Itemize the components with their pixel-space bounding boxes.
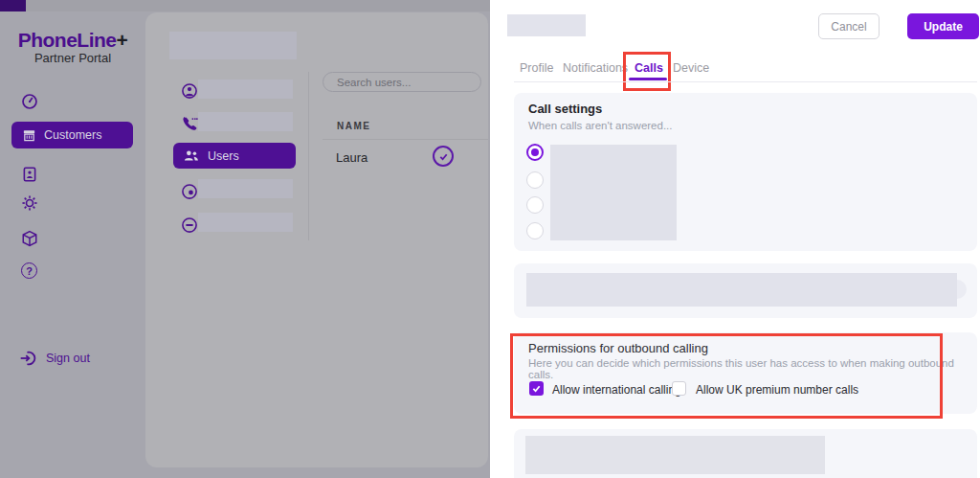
calls-tab-highlight-box [623,52,671,91]
table-header-divider [323,139,488,140]
app-logo: PhoneLine+ [0,29,145,52]
settings-gear-icon[interactable] [20,193,39,213]
voicemail-icon[interactable] [180,182,199,201]
package-icon[interactable] [20,229,39,248]
user-active-check-icon [433,146,454,167]
redacted-menu-item[interactable] [198,80,293,99]
signout-label: Sign out [46,352,90,365]
contact-person-icon[interactable] [180,81,199,101]
portal-subtitle: Partner Portal [0,51,145,65]
radio-option-4[interactable] [526,222,544,239]
redacted-bottom-card [514,429,977,478]
dimmed-background: PhoneLine+ Partner Portal Customers ? [0,0,490,478]
redacted-menu-item[interactable] [198,213,293,232]
calls-phone-icon[interactable] [180,114,199,133]
update-button[interactable]: Update [907,13,979,39]
sidebar-item-customers[interactable]: Customers [11,122,133,148]
search-users-input[interactable] [323,74,480,92]
signout-button[interactable]: Sign out [19,350,90,367]
radio-option-1[interactable] [526,144,544,161]
users-icon [184,149,199,162]
cancel-button[interactable]: Cancel [818,13,880,39]
storefront-icon [22,128,36,143]
radio-option-2[interactable] [526,171,544,189]
tab-notifications[interactable]: Notifications [563,61,628,75]
user-row-name[interactable]: Laura [336,150,368,165]
tab-device[interactable]: Device [673,61,709,75]
users-table-name-header: NAME [337,121,370,131]
reports-icon[interactable] [20,165,39,184]
tab-profile[interactable]: Profile [520,61,553,75]
panel-divider [308,72,309,240]
call-settings-subtitle: When calls aren't answered... [528,120,673,131]
permissions-highlight-box [510,333,943,419]
redacted-menu-item[interactable] [198,112,293,131]
menu-item-users[interactable]: Users [173,143,296,169]
redacted-radio-labels [550,145,677,240]
redacted-user-name [507,14,586,36]
call-settings-card: Call settings When calls aren't answered… [514,93,977,251]
blocked-minus-icon[interactable] [180,216,199,235]
signout-arrow-icon [19,350,36,367]
redacted-setting-bar [526,273,957,307]
redacted-customer-title [169,32,297,59]
sidebar: PhoneLine+ Partner Portal Customers ? [0,11,145,478]
top-bar-accent [0,0,26,11]
tabs-separator [514,81,977,82]
customer-panel: Users NAME Laura [145,12,488,467]
help-icon[interactable]: ? [21,262,37,279]
redacted-menu-item[interactable] [198,179,293,198]
call-settings-title: Call settings [528,102,602,116]
app-window: PhoneLine+ Partner Portal Customers ? [0,0,980,478]
dashboard-icon[interactable] [20,92,39,111]
search-users-field[interactable] [323,72,481,92]
sidebar-item-label: Customers [44,128,101,142]
user-detail-panel: Cancel Update Profile Notifications Call… [490,0,980,478]
redacted-bottom-bar [525,436,825,474]
top-bar [0,0,490,11]
radio-option-3[interactable] [526,196,544,214]
redacted-setting-card [514,263,977,318]
users-label: Users [208,149,239,163]
